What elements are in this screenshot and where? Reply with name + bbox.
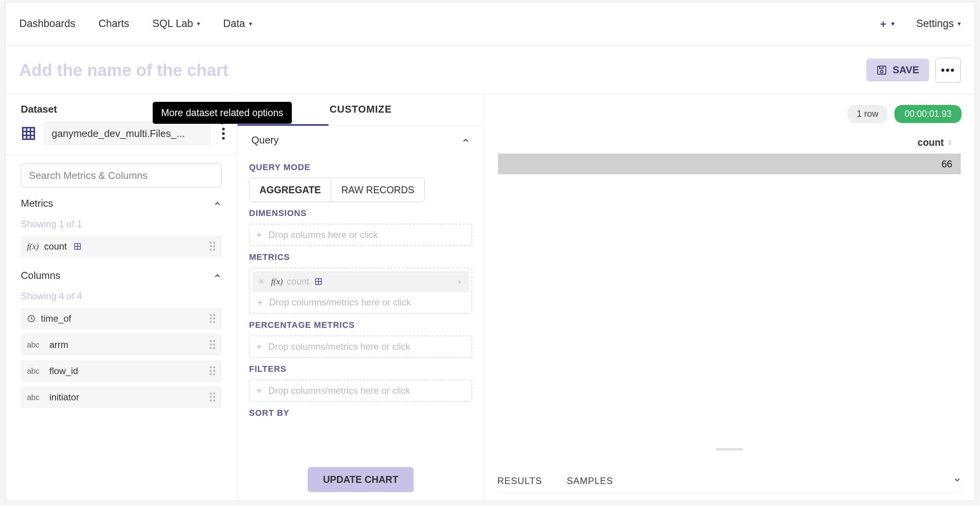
- header-actions: SAVE •••: [866, 58, 961, 83]
- column-item-flow-id[interactable]: abc flow_id: [21, 360, 222, 382]
- svg-rect-2: [23, 128, 34, 139]
- nav-sql-lab-label: SQL Lab: [152, 18, 193, 30]
- drag-handle-icon[interactable]: [210, 366, 216, 376]
- pct-metrics-dropzone[interactable]: Drop columns/metrics here or click: [249, 336, 472, 358]
- dataset-name[interactable]: ganymede_dev_multi.Files_...: [44, 121, 211, 145]
- dataset-grid-icon: [21, 126, 36, 141]
- column-item-initiator[interactable]: abc initiator: [21, 386, 222, 408]
- results-panel: 1 row 00:00:01.93 count ▲▼ 66 RESULTS SA…: [484, 95, 975, 501]
- sort-icon[interactable]: ▲▼: [948, 139, 952, 146]
- abc-type-icon: abc: [27, 393, 44, 402]
- results-table: count ▲▼ 66: [484, 132, 975, 174]
- add-new-button[interactable]: ＋ ▾: [878, 17, 894, 30]
- metrics-count: Showing 1 of 1: [5, 214, 237, 236]
- abc-type-icon: abc: [27, 341, 44, 349]
- chevron-down-icon: ▾: [197, 20, 200, 27]
- chevron-up-icon: [213, 272, 222, 280]
- dimensions-placeholder: Drop columns here or click: [268, 229, 378, 240]
- abc-type-icon: abc: [27, 367, 44, 376]
- query-section-label: Query: [251, 134, 279, 146]
- column-label: time_of: [41, 313, 71, 324]
- nav-settings[interactable]: Settings ▾: [916, 18, 961, 30]
- query-section-head[interactable]: Query: [249, 132, 472, 156]
- app-frame: Dashboards Charts SQL Lab ▾ Data ▾ ＋ ▾ S…: [5, 2, 975, 501]
- metrics-placeholder: Drop columns/metrics here or click: [269, 297, 411, 308]
- nav-dashboards[interactable]: Dashboards: [19, 18, 76, 30]
- save-icon: [876, 65, 887, 76]
- nav-data-label: Data: [223, 18, 245, 30]
- metrics-label: METRICS: [249, 252, 472, 262]
- main-body: More dataset related options Dataset gan…: [5, 95, 975, 501]
- chart-title-input[interactable]: Add the name of the chart: [19, 61, 229, 80]
- search-input[interactable]: [29, 170, 214, 182]
- column-label: flow_id: [49, 366, 78, 376]
- metrics-section-head[interactable]: Metrics: [5, 197, 237, 214]
- resize-handle[interactable]: [716, 448, 743, 450]
- drag-handle-icon[interactable]: [210, 314, 216, 323]
- nav-left: Dashboards Charts SQL Lab ▾ Data ▾: [19, 18, 252, 30]
- metrics-dropzone[interactable]: × f(x) count › Drop columns/metrics here…: [249, 268, 472, 314]
- columns-label: Columns: [21, 270, 61, 282]
- column-header[interactable]: count ▲▼: [498, 132, 961, 153]
- metric-pill-label: count: [287, 276, 310, 287]
- query-mode-toggle: AGGREGATE RAW RECORDS: [249, 178, 425, 202]
- elapsed-time-badge: 00:00:01.93: [894, 105, 961, 123]
- drag-handle-icon[interactable]: [210, 393, 216, 402]
- chart-header: Add the name of the chart SAVE •••: [5, 46, 975, 95]
- metric-pill-count[interactable]: × f(x) count ›: [253, 272, 468, 292]
- row-count-badge: 1 row: [847, 105, 887, 123]
- tab-results[interactable]: RESULTS: [497, 476, 542, 486]
- query-mode-label: QUERY MODE: [249, 162, 472, 172]
- more-actions-button[interactable]: •••: [935, 58, 961, 83]
- nav-sql-lab[interactable]: SQL Lab ▾: [152, 18, 200, 30]
- nav-settings-label: Settings: [916, 18, 954, 30]
- dimensions-dropzone[interactable]: Drop columns here or click: [249, 224, 472, 246]
- dataset-row: ganymede_dev_multi.Files_...: [5, 121, 237, 145]
- drag-handle-icon[interactable]: [210, 340, 216, 349]
- column-item-time-of[interactable]: time_of: [21, 308, 222, 329]
- chevron-right-icon[interactable]: ›: [455, 276, 464, 287]
- ellipsis-icon: •••: [941, 64, 955, 77]
- tab-samples[interactable]: SAMPLES: [567, 476, 613, 486]
- column-label: initiator: [49, 392, 79, 403]
- top-nav: Dashboards Charts SQL Lab ▾ Data ▾ ＋ ▾ S…: [5, 2, 975, 46]
- update-chart-button[interactable]: UPDATE CHART: [308, 467, 414, 492]
- cell-value: 66: [941, 159, 952, 170]
- save-button-label: SAVE: [892, 64, 919, 76]
- filters-label: FILTERS: [249, 364, 472, 374]
- results-tabs: RESULTS SAMPLES: [497, 476, 961, 493]
- filters-placeholder: Drop columns/metrics here or click: [268, 385, 410, 396]
- nav-right: ＋ ▾ Settings ▾: [878, 17, 961, 30]
- update-footer: UPDATE CHART: [237, 462, 484, 501]
- filters-dropzone[interactable]: Drop columns/metrics here or click: [249, 380, 472, 402]
- nav-data[interactable]: Data ▾: [223, 18, 252, 30]
- query-form: Query QUERY MODE AGGREGATE RAW RECORDS D…: [237, 126, 484, 501]
- metric-item-count[interactable]: f(x) count: [21, 236, 222, 257]
- column-item-arrm[interactable]: abc arrm: [21, 334, 222, 356]
- column-label: arrm: [49, 339, 68, 350]
- columns-section-head[interactable]: Columns: [5, 270, 237, 286]
- raw-records-button[interactable]: RAW RECORDS: [331, 178, 424, 202]
- sort-by-label: SORT BY: [249, 408, 472, 418]
- columns-list: time_of abc arrm abc flow_id abc initiat…: [5, 308, 237, 408]
- table-row: 66: [498, 153, 961, 174]
- dataset-panel: More dataset related options Dataset gan…: [5, 95, 237, 501]
- drag-handle-icon[interactable]: [210, 242, 216, 251]
- plus-icon: [256, 299, 264, 306]
- save-button[interactable]: SAVE: [866, 59, 929, 81]
- expand-icon: [315, 278, 322, 285]
- chevron-down-icon: [953, 476, 961, 484]
- dataset-options-tooltip: More dataset related options: [153, 102, 292, 124]
- tab-customize[interactable]: CUSTOMIZE: [321, 95, 401, 125]
- aggregate-button[interactable]: AGGREGATE: [249, 178, 331, 202]
- query-panel: CUSTOMIZE Query QUERY MODE AGGREGATE RAW…: [237, 95, 484, 501]
- remove-metric-icon[interactable]: ×: [256, 276, 267, 287]
- chevron-down-icon: ▾: [958, 20, 961, 27]
- results-top: 1 row 00:00:01.93: [484, 95, 975, 128]
- function-icon: f(x): [27, 241, 39, 251]
- chevron-down-icon: ▾: [249, 20, 252, 27]
- chevron-down-icon: ▾: [891, 20, 894, 27]
- clock-icon: [27, 314, 35, 323]
- expand-results-icon[interactable]: [953, 476, 961, 486]
- nav-charts[interactable]: Charts: [99, 18, 130, 30]
